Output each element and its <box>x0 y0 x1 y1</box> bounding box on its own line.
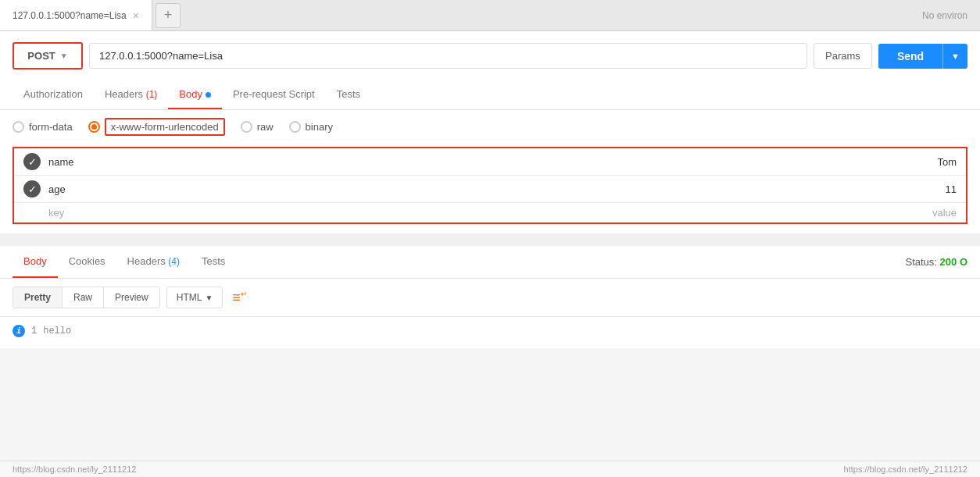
preview-label: Preview <box>115 292 148 303</box>
method-label: POST <box>27 50 55 62</box>
radio-raw[interactable]: raw <box>241 121 274 133</box>
radio-label-binary: binary <box>306 121 333 133</box>
radio-circle-urlencoded <box>88 121 100 133</box>
method-chevron-icon: ▼ <box>60 52 68 60</box>
tab-body-label: Body <box>179 88 202 100</box>
kv-value-name[interactable]: Tom <box>894 156 957 168</box>
resp-headers-badge: (4) <box>168 256 180 267</box>
response-tabs: Body Cookies Headers (4) Tests Status: 2… <box>0 246 980 279</box>
tab-prerequest[interactable]: Pre-request Script <box>222 80 326 109</box>
resp-tab-body-label: Body <box>23 255 47 267</box>
request-tabs: Authorization Headers (1) Body Pre-reque… <box>0 80 980 110</box>
kv-checkbox-name[interactable]: ✓ <box>23 153 41 170</box>
body-type-bar: form-data x-www-form-urlencoded raw bina… <box>0 110 980 144</box>
kv-table: ✓ name Tom ✓ age 11 key value <box>13 147 967 224</box>
send-dropdown-icon: ▼ <box>951 52 960 61</box>
tab-title: 127.0.0.1:5000?name=Lisa <box>13 10 127 21</box>
close-icon[interactable]: × <box>133 9 139 22</box>
radio-label-urlencoded: x-www-form-urlencoded <box>105 118 225 136</box>
env-label: No environ <box>922 10 967 21</box>
radio-label-form-data: form-data <box>29 121 73 133</box>
tab-prerequest-label: Pre-request Script <box>233 88 315 100</box>
pretty-button[interactable]: Pretty <box>13 287 63 308</box>
top-tab-bar: 127.0.0.1:5000?name=Lisa × + No environ <box>0 0 980 31</box>
pretty-label: Pretty <box>24 292 51 303</box>
tab-headers[interactable]: Headers (1) <box>94 80 168 109</box>
resp-tab-headers-label: Headers <box>127 255 169 267</box>
code-info-line: i 1 hello <box>13 325 967 337</box>
tab-body[interactable]: Body <box>168 80 222 109</box>
format-selector[interactable]: HTML ▼ <box>166 287 224 308</box>
resp-tab-tests-label: Tests <box>202 255 225 267</box>
params-button[interactable]: Params <box>814 43 872 69</box>
send-dropdown-button[interactable]: ▼ <box>942 44 967 69</box>
kv-row-age: ✓ age 11 <box>14 176 966 203</box>
status-label: Status: <box>906 256 940 268</box>
active-request-tab[interactable]: 127.0.0.1:5000?name=Lisa × <box>0 0 152 30</box>
resp-tab-cookies-label: Cookies <box>69 255 106 267</box>
tab-headers-label: Headers <box>105 88 146 100</box>
code-content: hello <box>43 326 71 336</box>
section-divider <box>0 240 980 246</box>
format-chevron-icon: ▼ <box>205 294 213 302</box>
radio-circle-raw <box>241 121 252 133</box>
wrap-text-icon[interactable]: ≡↵ <box>232 290 247 306</box>
body-dot <box>206 92 211 98</box>
info-badge: i <box>13 325 25 337</box>
radio-binary[interactable]: binary <box>289 121 333 133</box>
kv-placeholder-value[interactable]: value <box>894 207 957 219</box>
raw-label: Raw <box>73 292 92 303</box>
response-toolbar: Pretty Raw Preview HTML ▼ ≡↵ <box>0 279 980 317</box>
radio-circle-form-data <box>13 121 24 133</box>
code-output: i 1 hello <box>0 317 980 348</box>
params-label: Params <box>825 50 860 62</box>
url-input[interactable] <box>89 43 807 69</box>
radio-urlencoded[interactable]: x-www-form-urlencoded <box>88 118 225 136</box>
resp-tab-cookies[interactable]: Cookies <box>58 246 116 278</box>
add-tab-button[interactable]: + <box>156 3 181 28</box>
kv-key-name[interactable]: name <box>48 156 886 168</box>
kv-row-name: ✓ name Tom <box>14 148 966 176</box>
method-button[interactable]: POST ▼ <box>13 42 83 69</box>
format-toggle-group: Pretty Raw Preview <box>13 287 160 308</box>
raw-button[interactable]: Raw <box>63 287 104 308</box>
headers-badge: (1) <box>146 89 158 100</box>
tab-authorization-label: Authorization <box>23 88 83 100</box>
url-bar: POST ▼ Params Send ▼ <box>0 31 980 80</box>
plus-icon: + <box>164 7 173 23</box>
radio-inner-urlencoded <box>91 124 97 130</box>
send-button-group: Send ▼ <box>878 44 967 69</box>
radio-label-raw: raw <box>257 121 274 133</box>
status-code: 200 O <box>940 256 967 268</box>
kv-key-age[interactable]: age <box>48 183 886 195</box>
preview-button[interactable]: Preview <box>104 287 159 308</box>
tab-tests[interactable]: Tests <box>326 80 371 109</box>
radio-circle-binary <box>289 121 301 133</box>
request-section: POST ▼ Params Send ▼ Authorization Heade… <box>0 31 980 240</box>
send-label: Send <box>897 50 924 62</box>
format-label: HTML <box>177 292 202 303</box>
send-button[interactable]: Send <box>878 44 942 69</box>
resp-tab-headers[interactable]: Headers (4) <box>116 246 191 278</box>
kv-value-age[interactable]: 11 <box>894 183 957 195</box>
kv-placeholder-key[interactable]: key <box>48 207 886 219</box>
environment-selector[interactable]: No environ <box>910 10 980 21</box>
tab-tests-label: Tests <box>337 88 360 100</box>
radio-form-data[interactable]: form-data <box>13 121 73 133</box>
kv-row-placeholder: key value <box>14 203 966 222</box>
resp-tab-body[interactable]: Body <box>13 246 58 278</box>
response-section: Body Cookies Headers (4) Tests Status: 2… <box>0 246 980 348</box>
resp-tab-tests[interactable]: Tests <box>191 246 236 278</box>
response-status: Status: 200 O <box>906 256 968 268</box>
line-number: 1 <box>31 326 37 336</box>
kv-checkbox-age[interactable]: ✓ <box>23 180 41 198</box>
tab-authorization[interactable]: Authorization <box>13 80 94 109</box>
